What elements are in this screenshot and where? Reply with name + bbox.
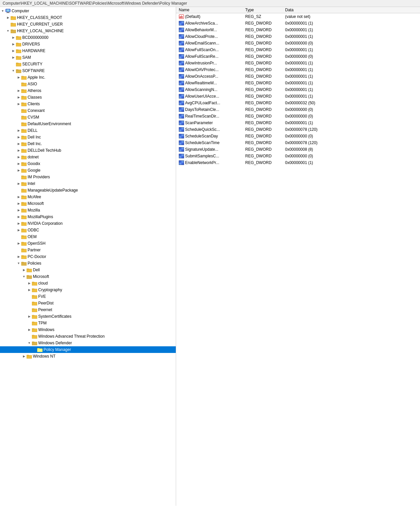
tree-item-microsoft_policies[interactable]: Microsoft [0, 273, 176, 280]
expander-windows_nt[interactable] [21, 354, 27, 359]
expander-delldell_techhub[interactable] [16, 148, 21, 153]
expander-dell_policies[interactable] [21, 267, 27, 273]
expander-defaultuserenvironment[interactable] [16, 121, 21, 126]
reg-row-4[interactable]: AllowEmailScann...REG_DWORD0x00000000 (0… [176, 40, 420, 46]
tree-item-im_providers[interactable]: IM Providers [0, 174, 176, 180]
reg-row-18[interactable]: ScheduleScanDayREG_DWORD0x00000000 (0) [176, 133, 420, 139]
reg-row-19[interactable]: ScheduleScanTimeREG_DWORD0x00000078 (120… [176, 139, 420, 146]
expander-peerdist[interactable] [27, 300, 32, 306]
tree-item-security[interactable]: SECURITY [0, 61, 176, 67]
expander-im_providers[interactable] [16, 174, 21, 180]
tree-item-dell_inc2[interactable]: Dell Inc. [0, 140, 176, 147]
expander-computer[interactable] [0, 8, 5, 14]
tree-item-odbc[interactable]: ODBC [0, 227, 176, 233]
reg-row-7[interactable]: AllowIntrusionPr...REG_DWORD0x00000001 (… [176, 60, 420, 66]
tree-item-microsoft[interactable]: Microsoft [0, 200, 176, 207]
expander-systemcertificates[interactable] [27, 314, 32, 319]
expander-goodix[interactable] [16, 161, 21, 166]
expander-cvsm[interactable] [16, 115, 21, 120]
expander-policy_manager[interactable] [32, 347, 37, 352]
tree-item-cvsm[interactable]: CVSM [0, 114, 176, 121]
expander-nvidia[interactable] [16, 221, 21, 226]
tree-item-intel[interactable]: Intel [0, 180, 176, 187]
expander-bcd00000000[interactable] [11, 35, 16, 40]
tree-item-pc_doctor[interactable]: PC-Doctor [0, 253, 176, 260]
tree-item-peerdist[interactable]: PeerDist [0, 300, 176, 306]
reg-row-3[interactable]: AllowCloudProte...REG_DWORD0x00000001 (1… [176, 33, 420, 40]
reg-row-1[interactable]: AllowArchiveSca...REG_DWORD0x00000001 (1… [176, 20, 420, 27]
tree-item-openssh[interactable]: OpenSSH [0, 240, 176, 247]
tree-item-goodix[interactable]: Goodix [0, 160, 176, 167]
expander-fve[interactable] [27, 294, 32, 299]
reg-row-0[interactable]: ab (Default)REG_SZ(value not set) [176, 13, 420, 20]
tree-item-tpm[interactable]: TPM [0, 320, 176, 326]
expander-hkey_classes_root[interactable] [5, 15, 11, 20]
tree-item-clients[interactable]: Clients [0, 101, 176, 107]
tree-item-mozillaplugins[interactable]: MozillaPlugins [0, 213, 176, 220]
expander-windows[interactable] [27, 327, 32, 332]
expander-asio[interactable] [16, 81, 21, 87]
expander-dotnet[interactable] [16, 154, 21, 160]
tree-item-windows[interactable]: Windows [0, 326, 176, 333]
tree-item-classes[interactable]: Classes [0, 94, 176, 101]
reg-row-17[interactable]: ScheduleQuickSc...REG_DWORD0x00000078 (1… [176, 126, 420, 133]
tree-item-hkey_current_user[interactable]: HKEY_CURRENT_USER [0, 21, 176, 28]
expander-classes[interactable] [16, 95, 21, 100]
expander-hkey_current_user[interactable] [5, 22, 11, 27]
reg-row-6[interactable]: AllowFullScanRe...REG_DWORD0x00000000 (0… [176, 53, 420, 60]
expander-intel[interactable] [16, 181, 21, 186]
tree-item-hardware[interactable]: HARDWARE [0, 47, 176, 54]
tree-item-manageableupdatepackage[interactable]: ManageableUpdatePackage [0, 187, 176, 194]
tree-item-windows_atp[interactable]: Windows Advanced Threat Protection [0, 333, 176, 340]
tree-item-asio[interactable]: ASIO [0, 81, 176, 87]
tree-item-apple_inc[interactable]: Apple Inc. [0, 74, 176, 81]
expander-microsoft_policies[interactable] [21, 274, 27, 279]
expander-mcafee[interactable] [16, 194, 21, 200]
reg-row-22[interactable]: EnableNetworkPr...REG_DWORD0x00000001 (1… [176, 159, 420, 166]
expander-dell[interactable] [16, 128, 21, 133]
expander-cloud[interactable] [27, 281, 32, 286]
expander-drivers[interactable] [11, 42, 16, 47]
expander-mozilla[interactable] [16, 208, 21, 213]
expander-google[interactable] [16, 168, 21, 173]
tree-item-defaultuserenvironment[interactable]: DefaultUserEnvironment [0, 121, 176, 127]
expander-dell_inc[interactable] [16, 134, 21, 140]
expander-manageableupdatepackage[interactable] [16, 188, 21, 193]
tree-item-cloud[interactable]: cloud [0, 280, 176, 287]
tree-item-software[interactable]: SOFTWARE [0, 67, 176, 74]
reg-row-8[interactable]: AllowIOAVProtec...REG_DWORD0x00000001 (1… [176, 66, 420, 73]
tree-item-windows_defender[interactable]: Windows Defender [0, 340, 176, 346]
tree-item-google[interactable]: Google [0, 167, 176, 174]
tree-item-dell_inc[interactable]: Dell Inc [0, 134, 176, 140]
tree-item-windows_nt[interactable]: Windows NT [0, 353, 176, 360]
expander-tpm[interactable] [27, 320, 32, 326]
expander-pc_doctor[interactable] [16, 254, 21, 259]
expander-windows_atp[interactable] [27, 334, 32, 339]
reg-row-13[interactable]: AvgCPULoadFact...REG_DWORD0x00000032 (50… [176, 100, 420, 106]
tree-item-drivers[interactable]: DRIVERS [0, 41, 176, 47]
expander-windows_defender[interactable] [27, 340, 32, 346]
reg-row-15[interactable]: RealTimeScanDir...REG_DWORD0x00000000 (0… [176, 113, 420, 120]
expander-conexant[interactable] [16, 108, 21, 113]
tree-item-hkey_local_machine[interactable]: HKEY_LOCAL_MACHINE [0, 28, 176, 34]
expander-hkey_local_machine[interactable] [5, 28, 11, 34]
reg-row-16[interactable]: ScanParameterREG_DWORD0x00000001 (1) [176, 120, 420, 126]
reg-row-9[interactable]: AllowOnAccessP...REG_DWORD0x00000001 (1) [176, 73, 420, 80]
tree-item-conexant[interactable]: Conexant [0, 107, 176, 114]
expander-software[interactable] [11, 68, 16, 73]
tree-item-systemcertificates[interactable]: SystemCertificates [0, 313, 176, 320]
tree-item-atheros[interactable]: Atheros [0, 87, 176, 94]
tree-item-bcd00000000[interactable]: BCD00000000 [0, 34, 176, 41]
tree-item-fve[interactable]: FVE [0, 293, 176, 300]
tree-item-hkey_classes_root[interactable]: HKEY_CLASSES_ROOT [0, 14, 176, 21]
expander-cryptography[interactable] [27, 287, 32, 293]
tree-item-oem[interactable]: OEM [0, 233, 176, 240]
expander-mozillaplugins[interactable] [16, 214, 21, 219]
tree-item-peernet[interactable]: Peernet [0, 306, 176, 313]
reg-row-10[interactable]: AllowRealtimeM...REG_DWORD0x00000001 (1) [176, 80, 420, 86]
expander-sam[interactable] [11, 55, 16, 60]
tree-item-policies[interactable]: Policies [0, 260, 176, 267]
tree-item-partner[interactable]: Partner [0, 247, 176, 253]
tree-item-dotnet[interactable]: dotnet [0, 154, 176, 160]
tree-item-nvidia[interactable]: NVIDIA Corporation [0, 220, 176, 227]
